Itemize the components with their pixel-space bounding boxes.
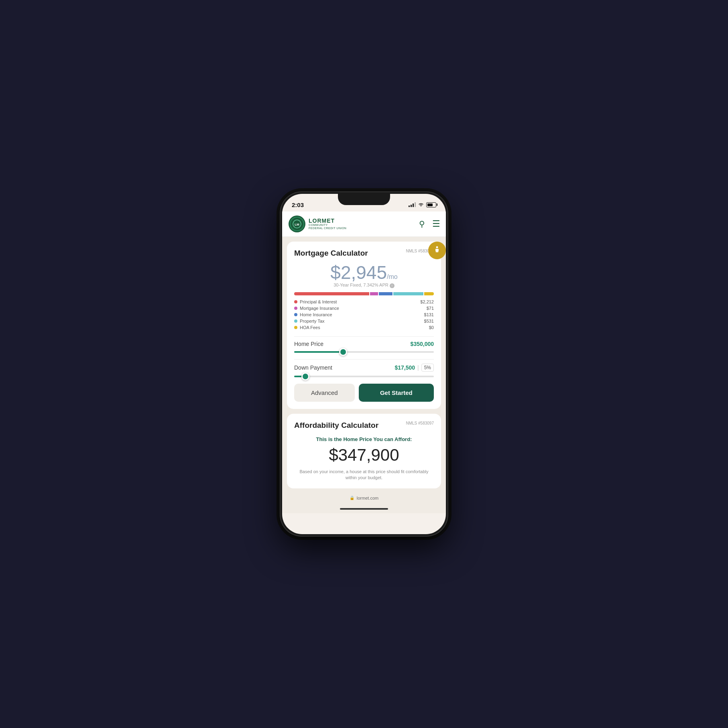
home-price-track[interactable] (294, 351, 434, 353)
wifi-icon (418, 202, 424, 207)
value-hoa: $0 (429, 325, 434, 330)
svg-text:LM: LM (295, 223, 299, 226)
home-price-fill (294, 351, 343, 353)
signal-bars-icon (409, 202, 416, 207)
phone-screen: 2:03 (282, 194, 446, 534)
home-price-value: $350,000 (411, 341, 434, 347)
url-text: lormet.com (357, 496, 378, 500)
value-divider: | (417, 364, 419, 371)
label-property-tax: Property Tax (300, 319, 325, 323)
dot-hoa (294, 326, 297, 329)
home-bar (340, 508, 388, 510)
legend-row-hoa: HOA Fees $0 (294, 325, 434, 330)
segment-mortgage-insurance (370, 292, 378, 295)
legend-row-property-tax: Property Tax $531 (294, 319, 434, 323)
value-mortgage-insurance: $71 (427, 306, 434, 311)
down-payment-section: Down Payment $17,500 | 5% (294, 364, 434, 377)
label-principal: Principal & Interest (300, 299, 337, 304)
label-home-insurance: Home Insurance (300, 312, 332, 317)
home-price-section: Home Price $350,000 (294, 341, 434, 353)
logo-subtitle: FEDERAL CREDIT UNION (309, 227, 346, 230)
mortgage-calculator-card: Mortgage Calculator NMLS #583097 $2,945/… (287, 242, 441, 409)
mortgage-calculator-title: Mortgage Calculator (294, 249, 368, 258)
dot-property-tax (294, 319, 297, 323)
logo-emblem: LM (289, 216, 305, 232)
down-payment-value: $17,500 (395, 364, 415, 371)
legend-row-principal: Principal & Interest $2,212 (294, 299, 434, 304)
svg-point-2 (436, 246, 438, 248)
legend-row-home-insurance: Home Insurance $131 (294, 312, 434, 317)
home-indicator[interactable] (282, 504, 446, 513)
get-started-button[interactable]: Get Started (359, 384, 434, 402)
home-price-label: Home Price (294, 341, 323, 347)
divider-2 (294, 359, 434, 360)
segment-property-tax (393, 292, 423, 295)
nav-icons: ⚲ ☰ (419, 219, 439, 229)
down-payment-percent: 5% (421, 364, 434, 372)
down-payment-thumb[interactable] (301, 372, 309, 380)
calculator-buttons: Advanced Get Started (294, 384, 434, 402)
payment-per-mo: /mo (387, 273, 398, 280)
payment-value: $2,945 (330, 262, 387, 283)
affordability-header: Affordability Calculator NMLS #583097 (294, 421, 434, 430)
legend-row-mortgage-insurance: Mortgage Insurance $71 (294, 306, 434, 311)
logo-text: LORMET COMMUNITY FEDERAL CREDIT UNION (309, 218, 346, 230)
logo-area: LM LORMET COMMUNITY FEDERAL CREDIT UNION (289, 216, 346, 232)
logo-community: COMMUNITY (309, 224, 346, 227)
home-price-header: Home Price $350,000 (294, 341, 434, 347)
home-price-thumb[interactable] (339, 348, 347, 356)
down-payment-header: Down Payment $17,500 | 5% (294, 364, 434, 372)
logo-name: LORMET (309, 218, 346, 224)
payment-amount: $2,945/mo (294, 263, 434, 282)
dot-mortgage-insurance (294, 307, 297, 310)
payment-legend: Principal & Interest $2,212 Mortgage Ins… (294, 299, 434, 330)
dot-principal (294, 300, 297, 303)
divider-1 (294, 336, 434, 337)
affordability-nmls: NMLS #583097 (406, 421, 434, 425)
lock-icon: 🔒 (350, 496, 354, 500)
advanced-button[interactable]: Advanced (294, 384, 355, 402)
phone-notch (338, 194, 390, 205)
accessibility-button[interactable] (428, 242, 446, 259)
nav-bar: LM LORMET COMMUNITY FEDERAL CREDIT UNION… (282, 211, 446, 237)
mortgage-card-header: Mortgage Calculator NMLS #583097 (294, 249, 434, 258)
accessibility-icon (432, 245, 442, 256)
value-property-tax: $531 (424, 319, 434, 323)
phone-frame: 2:03 (280, 191, 448, 537)
label-hoa: HOA Fees (300, 325, 320, 330)
segment-principal (294, 292, 369, 295)
down-payment-track[interactable] (294, 376, 434, 377)
affordability-title: Affordability Calculator (294, 421, 378, 430)
monthly-payment-display: $2,945/mo 30-Year Fixed, 7.342% APR i (294, 263, 434, 288)
affordability-note: Based on your income, a house at this pr… (294, 469, 434, 481)
affordability-subtitle: This is the Home Price You can Afford: (294, 436, 434, 442)
loan-info-icon[interactable]: i (390, 283, 395, 288)
segment-home-insurance (379, 292, 392, 295)
payment-loan-type: 30-Year Fixed, 7.342% APR i (294, 283, 434, 288)
bottom-bar: 🔒 lormet.com (282, 493, 446, 504)
value-principal: $2,212 (420, 299, 434, 304)
menu-icon[interactable]: ☰ (432, 220, 439, 228)
down-payment-label: Down Payment (294, 364, 332, 371)
affordability-price: $347,900 (294, 445, 434, 465)
content-area: Mortgage Calculator NMLS #583097 $2,945/… (282, 237, 446, 493)
value-home-insurance: $131 (424, 312, 434, 317)
status-icons (409, 202, 436, 207)
dot-home-insurance (294, 313, 297, 316)
down-payment-value-group: $17,500 | 5% (395, 364, 434, 372)
status-time: 2:03 (292, 201, 304, 208)
affordability-calculator-card: Affordability Calculator NMLS #583097 Th… (287, 414, 441, 488)
label-mortgage-insurance: Mortgage Insurance (300, 306, 339, 311)
segment-hoa (424, 292, 434, 295)
search-icon[interactable]: ⚲ (419, 219, 425, 229)
battery-icon (426, 202, 436, 207)
payment-breakdown-bar (294, 292, 434, 295)
